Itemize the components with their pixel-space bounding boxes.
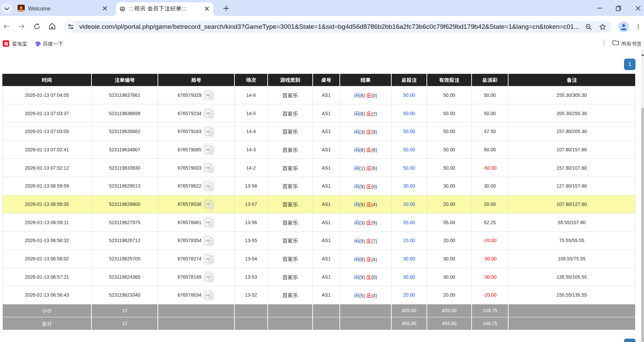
svg-text:du: du <box>36 43 39 46</box>
svg-text:淘: 淘 <box>4 40 8 47</box>
